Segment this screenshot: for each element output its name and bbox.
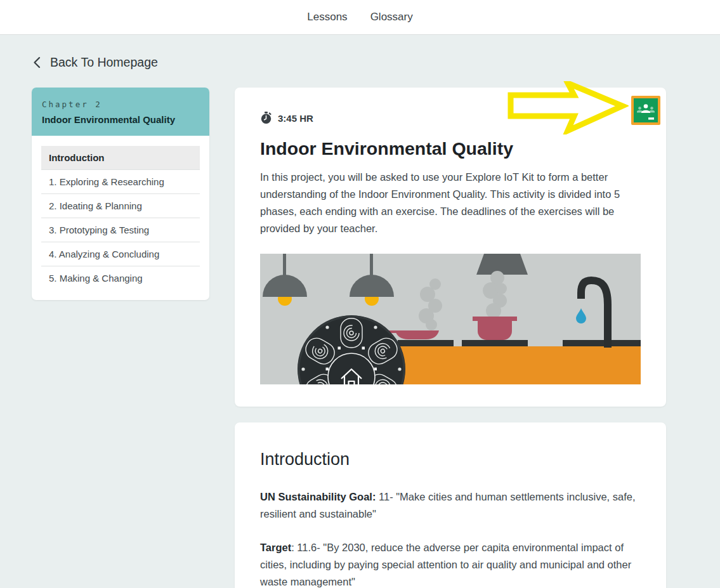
google-classroom-icon: [634, 98, 658, 122]
top-nav: Lessons Glossary: [0, 0, 720, 35]
nav-link-lessons[interactable]: Lessons: [307, 11, 347, 23]
section-heading-introduction: Introduction: [260, 450, 641, 469]
lesson-title: Indoor Environmental Quality: [260, 138, 641, 159]
un-goal-label: UN Sustainability Goal:: [260, 491, 376, 502]
chapter-nav-list: Introduction 1. Exploring & Researching …: [32, 136, 209, 300]
back-to-homepage-link[interactable]: Back To Homepage: [33, 54, 158, 71]
stopwatch-icon: [260, 112, 272, 124]
lesson-illustration: [260, 254, 641, 384]
un-goal-paragraph: UN Sustainability Goal: 11- "Make cities…: [260, 488, 641, 523]
sidebar-item-analyzing-concluding[interactable]: 4. Analyzing & Concluding: [41, 242, 200, 266]
back-label: Back To Homepage: [50, 55, 158, 70]
chapter-label: Chapter 2: [42, 100, 199, 109]
nav-link-glossary[interactable]: Glossary: [370, 11, 413, 23]
chapter-sidebar: Chapter 2 Indoor Environmental Quality I…: [32, 88, 209, 300]
target-label: Target: [260, 542, 291, 553]
content-area: Chapter 2 Indoor Environmental Quality I…: [0, 71, 720, 588]
lesson-card: 3:45 HR Indoor Environmental Quality In …: [235, 88, 666, 407]
introduction-card: Introduction UN Sustainability Goal: 11-…: [235, 422, 666, 588]
chapter-title: Indoor Environmental Quality: [42, 114, 199, 125]
chapter-header: Chapter 2 Indoor Environmental Quality: [32, 88, 209, 136]
google-classroom-button[interactable]: [631, 96, 660, 125]
sidebar-item-ideating-planning[interactable]: 2. Ideating & Planning: [41, 194, 200, 218]
duration-text: 3:45 HR: [278, 113, 313, 124]
kitchen-iot-illustration: [260, 254, 641, 384]
sidebar-item-making-changing[interactable]: 5. Making & Changing: [41, 266, 200, 290]
lesson-description: In this project, you will be asked to us…: [260, 169, 641, 237]
sidebar-item-prototyping-testing[interactable]: 3. Prototyping & Testing: [41, 218, 200, 242]
sidebar-item-introduction[interactable]: Introduction: [41, 146, 200, 170]
target-paragraph: Target: 11.6- "By 2030, reduce the adver…: [260, 539, 641, 588]
chevron-left-icon: [33, 56, 41, 69]
sidebar-item-exploring-researching[interactable]: 1. Exploring & Researching: [41, 170, 200, 194]
main-column: 3:45 HR Indoor Environmental Quality In …: [235, 88, 666, 588]
lesson-duration: 3:45 HR: [260, 112, 641, 124]
target-text: : 11.6- "By 2030, reduce the adverse per…: [260, 542, 631, 587]
